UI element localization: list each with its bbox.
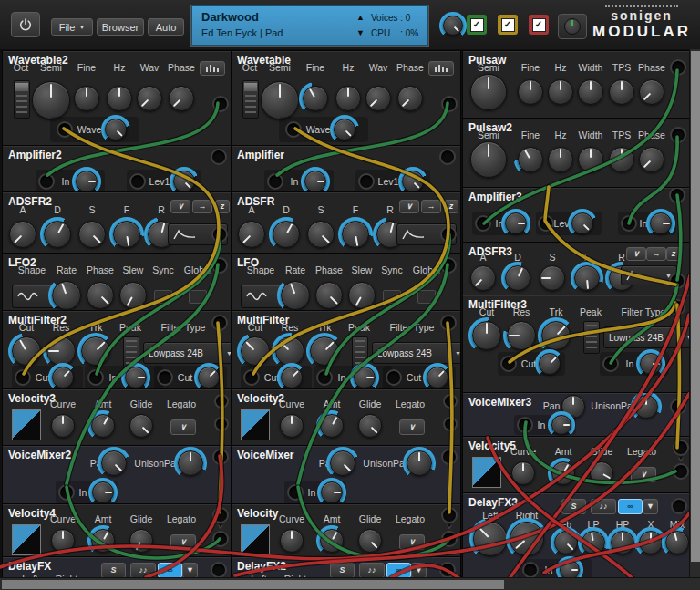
env-slope-button[interactable]: z [666, 247, 681, 261]
unisonpan-knob[interactable] [174, 447, 207, 480]
right-knob[interactable] [506, 518, 548, 560]
s-knob[interactable] [536, 262, 569, 295]
mode-button[interactable]: ▼ [182, 563, 198, 577]
f-knob[interactable] [338, 217, 373, 252]
env-retrig-button[interactable]: → [192, 200, 212, 213]
auto-button[interactable]: Auto [148, 18, 184, 36]
out-port[interactable] [441, 96, 458, 112]
spectrum-button[interactable] [200, 61, 225, 76]
out-port-2[interactable] [214, 417, 229, 431]
red-cables-toggle[interactable]: ✓ [529, 15, 549, 35]
f-knob[interactable] [571, 262, 603, 295]
filter-type-dropdown[interactable]: Lowpass 24B▼ [603, 326, 689, 348]
cut-mod-port[interactable] [386, 369, 402, 386]
cut-knob[interactable] [277, 363, 306, 390]
out-port[interactable] [211, 149, 227, 165]
lev1-port[interactable] [538, 215, 554, 232]
env-retrig-button[interactable]: → [646, 247, 666, 261]
width-knob[interactable] [574, 76, 607, 109]
in-knob[interactable] [548, 411, 575, 438]
f-knob[interactable] [109, 217, 144, 252]
trk-knob[interactable] [538, 317, 574, 354]
legato-button[interactable]: ∨ [399, 534, 425, 550]
cut-knob[interactable] [8, 333, 45, 369]
curve-knob[interactable] [47, 410, 78, 441]
loop-button[interactable]: ∞ [618, 499, 643, 514]
in-knob[interactable] [646, 209, 675, 238]
mode-button[interactable]: ▼ [411, 563, 427, 577]
cable-visibility-toggle[interactable] [558, 14, 587, 39]
sync-checkbox[interactable] [154, 290, 172, 304]
env-curve-button[interactable]: ∨ [399, 200, 419, 213]
out-port[interactable] [669, 299, 685, 316]
spectrum-button[interactable] [428, 61, 454, 76]
pan-knob[interactable] [98, 447, 130, 480]
file-menu-button[interactable]: File ▼ [51, 18, 93, 36]
browser-button[interactable]: Browser [97, 18, 144, 36]
amt-knob[interactable] [316, 410, 347, 441]
wave-mod-port[interactable] [57, 121, 73, 138]
out-port[interactable] [670, 127, 686, 143]
trk-knob[interactable] [77, 333, 114, 369]
cut-knob[interactable] [194, 363, 223, 390]
semi-knob[interactable] [467, 138, 510, 181]
in-knob[interactable] [301, 167, 330, 193]
dual-button[interactable]: ♪♪ [359, 563, 385, 577]
in-knob[interactable] [72, 167, 101, 193]
trk-knob[interactable] [306, 333, 343, 369]
vertical-scrollbar[interactable] [689, 49, 700, 577]
wav-knob[interactable] [362, 82, 395, 115]
rate-knob[interactable] [48, 277, 85, 312]
mix-knob[interactable] [662, 527, 689, 558]
cut-mod-port[interactable] [243, 369, 260, 386]
out-port[interactable] [670, 59, 686, 76]
out-port[interactable] [440, 315, 457, 331]
in-knob[interactable] [88, 478, 118, 504]
glide-knob[interactable] [586, 458, 617, 489]
chain-in-port[interactable] [673, 463, 689, 480]
fine-knob[interactable] [299, 82, 332, 115]
out-port-1[interactable] [443, 394, 458, 409]
oct-slider[interactable] [242, 80, 259, 119]
amt-knob[interactable] [88, 410, 118, 441]
wav-knob[interactable] [133, 82, 166, 115]
in-port[interactable] [475, 215, 491, 232]
in-mod-port[interactable] [316, 369, 333, 386]
mode-button[interactable]: ▼ [643, 499, 658, 514]
in-knob[interactable] [556, 556, 583, 577]
unisonpan-knob[interactable] [403, 447, 436, 480]
phase-knob[interactable] [312, 278, 346, 312]
out-port[interactable] [211, 562, 227, 577]
out-port-2[interactable] [443, 417, 458, 431]
phase-knob[interactable] [165, 82, 198, 115]
glide-knob[interactable] [355, 410, 386, 441]
in-port[interactable] [517, 417, 533, 433]
out-port[interactable] [439, 149, 456, 165]
global-checkbox[interactable] [417, 290, 436, 304]
unisonpan-knob[interactable] [631, 392, 662, 422]
peak-slider[interactable] [583, 321, 600, 354]
in-mod-port[interactable] [88, 369, 104, 386]
env-retrig-button[interactable]: → [421, 200, 441, 213]
slew-knob[interactable] [116, 278, 150, 312]
res-knob[interactable] [503, 317, 540, 354]
glide-knob[interactable] [126, 525, 157, 556]
fine-knob[interactable] [514, 76, 547, 109]
out-port[interactable] [211, 226, 228, 243]
cut-knob[interactable] [423, 363, 452, 390]
loop-button[interactable]: ∞ [386, 563, 411, 577]
in-mod-port[interactable] [602, 356, 619, 372]
in-port[interactable] [58, 484, 75, 501]
env-slope-button[interactable]: z [444, 200, 458, 213]
wave-knob[interactable] [101, 115, 130, 144]
slider-thumb[interactable] [15, 83, 28, 91]
env-slope-button[interactable]: z [215, 200, 230, 213]
lev1-port[interactable] [129, 173, 146, 190]
d-knob[interactable] [40, 217, 75, 252]
glide-knob[interactable] [126, 410, 157, 441]
lev1-knob[interactable] [398, 167, 427, 193]
lev1-knob[interactable] [170, 167, 199, 193]
in-port[interactable] [267, 173, 283, 190]
out-port[interactable] [669, 273, 685, 289]
s-knob[interactable] [304, 217, 338, 252]
